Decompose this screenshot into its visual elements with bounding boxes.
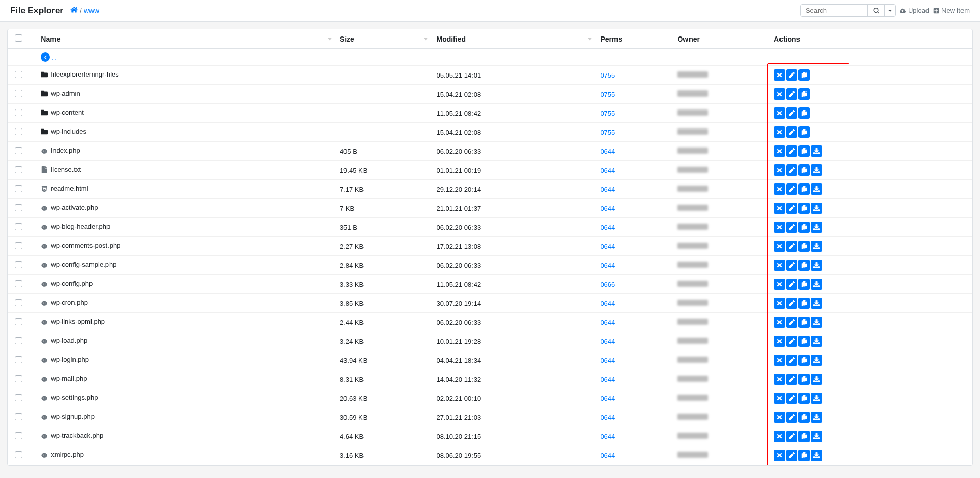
edit-button[interactable] — [786, 183, 797, 195]
file-name[interactable]: wp-config-sample.php — [51, 261, 116, 268]
copy-button[interactable] — [798, 222, 810, 233]
copy-button[interactable] — [798, 355, 810, 366]
edit-button[interactable] — [786, 126, 797, 138]
copy-button[interactable] — [798, 88, 810, 100]
edit-button[interactable] — [786, 145, 797, 157]
copy-button[interactable] — [798, 260, 810, 271]
file-perms[interactable]: 0644 — [600, 167, 615, 174]
file-perms[interactable]: 0644 — [600, 300, 615, 307]
download-button[interactable] — [811, 298, 822, 309]
edit-button[interactable] — [786, 260, 797, 271]
file-name[interactable]: wp-settings.php — [51, 394, 98, 401]
file-name[interactable]: wp-activate.php — [51, 204, 98, 211]
delete-button[interactable] — [774, 88, 785, 100]
download-button[interactable] — [811, 164, 822, 176]
row-checkbox[interactable] — [15, 242, 22, 249]
edit-button[interactable] — [786, 69, 797, 81]
row-checkbox[interactable] — [15, 166, 22, 173]
file-perms[interactable]: 0644 — [600, 186, 615, 193]
delete-button[interactable] — [774, 241, 785, 252]
row-checkbox[interactable] — [15, 451, 22, 458]
edit-button[interactable] — [786, 431, 797, 442]
file-perms[interactable]: 0755 — [600, 109, 615, 117]
copy-button[interactable] — [798, 183, 810, 195]
copy-button[interactable] — [798, 126, 810, 138]
row-checkbox[interactable] — [15, 109, 22, 116]
copy-button[interactable] — [798, 69, 810, 81]
delete-button[interactable] — [774, 298, 785, 309]
download-button[interactable] — [811, 203, 822, 214]
delete-button[interactable] — [774, 126, 785, 138]
row-checkbox[interactable] — [15, 318, 22, 325]
copy-button[interactable] — [798, 393, 810, 404]
file-name[interactable]: index.php — [51, 146, 80, 154]
file-name[interactable]: wp-includes — [51, 127, 86, 135]
row-checkbox[interactable] — [15, 432, 22, 439]
download-button[interactable] — [811, 374, 822, 385]
file-perms[interactable]: 0644 — [600, 414, 615, 421]
parent-dir-row[interactable]: .. — [8, 49, 972, 66]
delete-button[interactable] — [774, 69, 785, 81]
copy-button[interactable] — [798, 336, 810, 347]
delete-button[interactable] — [774, 355, 785, 366]
file-perms[interactable]: 0644 — [600, 262, 615, 269]
file-name[interactable]: wp-links-opml.php — [51, 318, 105, 325]
download-button[interactable] — [811, 355, 822, 366]
edit-button[interactable] — [786, 241, 797, 252]
copy-button[interactable] — [798, 450, 810, 461]
copy-button[interactable] — [798, 241, 810, 252]
file-perms[interactable]: 0644 — [600, 338, 615, 345]
file-name[interactable]: wp-content — [51, 108, 84, 116]
col-name[interactable]: Name — [37, 29, 336, 49]
row-checkbox[interactable] — [15, 223, 22, 230]
delete-button[interactable] — [774, 164, 785, 176]
file-name[interactable]: wp-signup.php — [51, 413, 95, 420]
search-input[interactable] — [801, 5, 867, 16]
edit-button[interactable] — [786, 393, 797, 404]
file-name[interactable]: fileexplorerfemngr-files — [51, 70, 119, 78]
download-button[interactable] — [811, 393, 822, 404]
file-perms[interactable]: 0644 — [600, 243, 615, 250]
file-name[interactable]: wp-load.php — [51, 337, 87, 344]
download-button[interactable] — [811, 431, 822, 442]
row-checkbox[interactable] — [15, 90, 22, 97]
row-checkbox[interactable] — [15, 261, 22, 268]
file-perms[interactable]: 0644 — [600, 357, 615, 364]
delete-button[interactable] — [774, 431, 785, 442]
file-perms[interactable]: 0755 — [600, 128, 615, 136]
file-perms[interactable]: 0644 — [600, 395, 615, 402]
file-name[interactable]: wp-config.php — [51, 280, 93, 287]
file-name[interactable]: wp-mail.php — [51, 375, 87, 382]
home-icon[interactable] — [70, 6, 78, 15]
delete-button[interactable] — [774, 317, 785, 328]
delete-button[interactable] — [774, 393, 785, 404]
edit-button[interactable] — [786, 412, 797, 423]
copy-button[interactable] — [798, 164, 810, 176]
file-perms[interactable]: 0644 — [600, 224, 615, 231]
file-name[interactable]: readme.html — [51, 185, 88, 192]
file-perms[interactable]: 0644 — [600, 376, 615, 383]
download-button[interactable] — [811, 260, 822, 271]
copy-button[interactable] — [798, 203, 810, 214]
edit-button[interactable] — [786, 203, 797, 214]
row-checkbox[interactable] — [15, 375, 22, 382]
file-name[interactable]: license.txt — [51, 166, 81, 173]
file-name[interactable]: wp-login.php — [51, 356, 89, 363]
delete-button[interactable] — [774, 336, 785, 347]
col-modified[interactable]: Modified — [432, 29, 596, 49]
edit-button[interactable] — [786, 164, 797, 176]
delete-button[interactable] — [774, 107, 785, 119]
download-button[interactable] — [811, 241, 822, 252]
copy-button[interactable] — [798, 298, 810, 309]
file-name[interactable]: wp-cron.php — [51, 299, 88, 306]
download-button[interactable] — [811, 279, 822, 290]
copy-button[interactable] — [798, 145, 810, 157]
file-perms[interactable]: 0755 — [600, 71, 615, 79]
file-perms[interactable]: 0644 — [600, 319, 615, 326]
download-button[interactable] — [811, 336, 822, 347]
edit-button[interactable] — [786, 374, 797, 385]
copy-button[interactable] — [798, 412, 810, 423]
download-button[interactable] — [811, 317, 822, 328]
delete-button[interactable] — [774, 222, 785, 233]
file-name[interactable]: wp-trackback.php — [51, 432, 103, 439]
